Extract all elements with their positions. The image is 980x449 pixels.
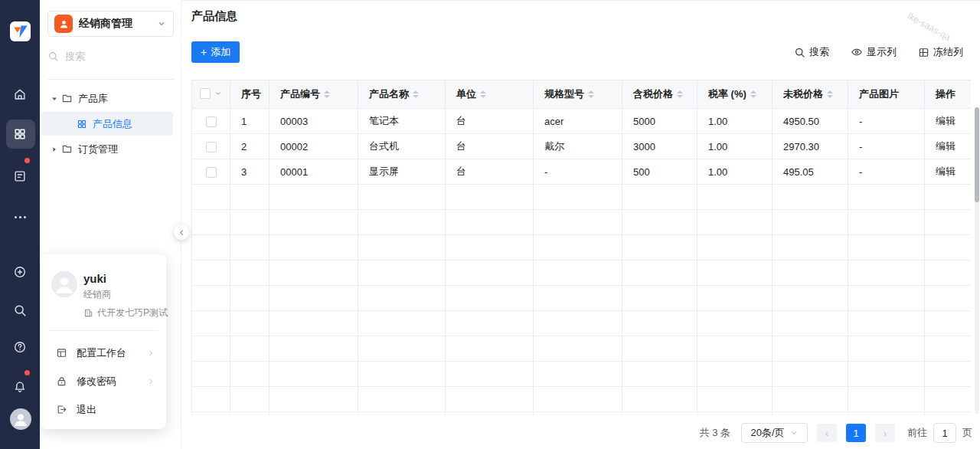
user-menu-item-退出[interactable]: 退出 — [41, 395, 166, 424]
empty-cell — [270, 235, 358, 261]
divider — [47, 79, 174, 80]
user-menu-label: 退出 — [77, 403, 155, 417]
tree-child-产品信息[interactable]: 产品信息 — [41, 112, 173, 136]
goto-page-input[interactable] — [933, 423, 956, 443]
column-header-label: 单位 — [456, 87, 476, 101]
empty-cell — [230, 336, 270, 362]
empty-cell — [773, 185, 848, 210]
search-icon[interactable] — [0, 297, 40, 323]
toolbar-freeze-button[interactable]: 冻结列 — [918, 45, 963, 59]
empty-cell — [270, 210, 358, 235]
user-avatar[interactable] — [10, 408, 31, 430]
caret-icon — [49, 95, 60, 103]
column-header-产品名称[interactable]: 产品名称 — [358, 80, 446, 109]
table-cell: 编辑 — [925, 159, 972, 185]
pagination: 共 3 条 20条/页 ‹ 1 › 前往 页 — [700, 423, 972, 443]
empty-cell — [446, 362, 534, 387]
add-plus-icon[interactable] — [0, 259, 40, 285]
empty-table-row — [192, 235, 972, 261]
empty-cell — [697, 286, 773, 311]
empty-cell — [848, 210, 925, 235]
empty-cell — [270, 286, 358, 311]
column-header-单位[interactable]: 单位 — [446, 80, 534, 109]
empty-cell — [773, 412, 848, 416]
apps-grid-icon[interactable] — [0, 121, 40, 147]
tree-item-订货管理[interactable]: 订货管理 — [40, 136, 181, 162]
empty-cell — [697, 311, 773, 336]
document-icon[interactable] — [0, 163, 40, 189]
empty-cell — [848, 362, 925, 387]
column-header-产品编号[interactable]: 产品编号 — [270, 80, 358, 109]
empty-cell — [925, 235, 972, 261]
toolbar-label: 冻结列 — [933, 45, 963, 59]
row-checkbox[interactable] — [206, 116, 217, 127]
logout-icon — [56, 404, 67, 415]
empty-cell — [697, 210, 773, 235]
toolbar-eye-button[interactable]: 显示列 — [851, 45, 897, 59]
row-checkbox[interactable] — [206, 142, 217, 152]
row-select-cell — [192, 134, 230, 159]
tree-child-label: 产品信息 — [93, 117, 132, 131]
empty-cell — [848, 311, 925, 336]
empty-cell — [270, 412, 358, 416]
empty-cell — [622, 235, 697, 261]
empty-table-row — [192, 210, 972, 235]
more-ellipsis-icon[interactable] — [0, 204, 40, 230]
empty-cell — [230, 286, 270, 311]
user-menu-item-配置工作台[interactable]: 配置工作台 — [41, 339, 166, 367]
table-cell: 显示屏 — [358, 159, 446, 185]
current-page-button[interactable]: 1 — [846, 424, 866, 442]
empty-cell — [534, 387, 622, 412]
edit-link[interactable]: 编辑 — [936, 115, 956, 126]
nav-tree: 产品库产品信息订货管理 — [40, 86, 181, 162]
column-header-规格型号[interactable]: 规格型号 — [534, 80, 622, 109]
table-cell: 5000 — [622, 109, 697, 134]
empty-cell — [446, 261, 534, 286]
workspace-selector[interactable]: 经销商管理 — [47, 11, 174, 37]
next-page-button[interactable]: › — [875, 424, 895, 442]
empty-table-row — [192, 362, 972, 387]
table-cell: 495.05 — [773, 159, 848, 185]
toolbar-label: 搜索 — [809, 45, 829, 59]
scrollbar-thumb[interactable] — [975, 107, 979, 202]
edit-link[interactable]: 编辑 — [936, 166, 956, 177]
toolbar-search-button[interactable]: 搜索 — [794, 45, 829, 59]
plus-icon: + — [201, 47, 207, 57]
user-menu-label: 修改密码 — [77, 375, 146, 388]
select-all-checkbox[interactable] — [200, 88, 211, 99]
tree-item-产品库[interactable]: 产品库 — [40, 86, 181, 111]
empty-cell — [622, 387, 697, 412]
select-all-header — [192, 80, 230, 109]
add-button[interactable]: + 添加 — [191, 41, 240, 63]
column-header-label: 产品编号 — [280, 87, 320, 101]
bell-icon[interactable] — [0, 374, 40, 400]
page-size-select[interactable]: 20条/页 — [741, 423, 808, 443]
column-header-未税价格[interactable]: 未税价格 — [773, 80, 848, 109]
table-cell: 台式机 — [358, 134, 446, 159]
user-role: 经销商 — [83, 288, 111, 301]
nav-search-input[interactable] — [65, 51, 157, 62]
empty-cell — [773, 286, 848, 311]
home-icon[interactable] — [0, 81, 40, 107]
user-menu-item-修改密码[interactable]: 修改密码 — [41, 367, 166, 395]
table-cell: 1.00 — [697, 134, 773, 159]
empty-cell — [697, 336, 773, 362]
empty-cell — [622, 261, 697, 286]
row-checkbox[interactable] — [206, 167, 217, 178]
selection-menu-chevron-icon — [214, 89, 223, 98]
collapse-panel-button[interactable] — [174, 224, 189, 240]
empty-cell — [358, 362, 446, 387]
column-header-税率 (%)[interactable]: 税率 (%) — [697, 80, 773, 109]
empty-cell — [230, 235, 270, 261]
column-header-label: 含税价格 — [633, 87, 673, 101]
empty-cell — [358, 311, 446, 336]
column-header-label: 未税价格 — [783, 87, 823, 101]
empty-cell — [622, 412, 697, 416]
column-header-含税价格[interactable]: 含税价格 — [622, 80, 697, 109]
edit-link[interactable]: 编辑 — [936, 140, 956, 152]
table-cell: 4950.50 — [773, 109, 848, 134]
table-cell: 00001 — [270, 159, 358, 185]
help-icon[interactable] — [0, 334, 40, 360]
prev-page-button[interactable]: ‹ — [817, 424, 837, 442]
app-logo-icon[interactable] — [10, 21, 31, 41]
